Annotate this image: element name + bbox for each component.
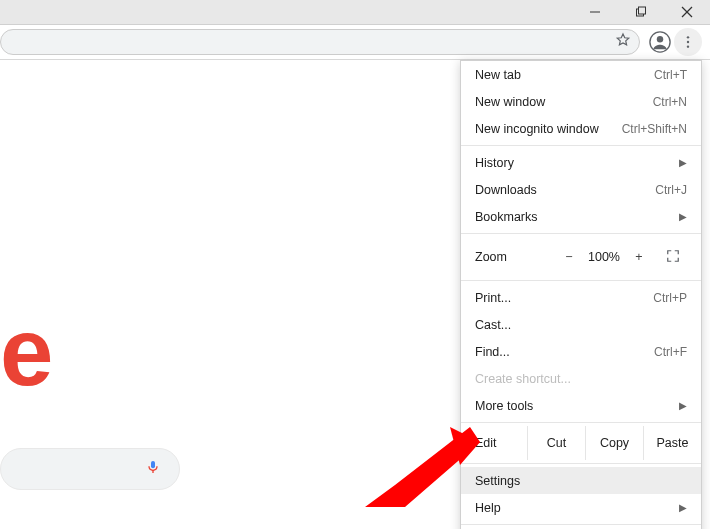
maximize-button[interactable] [618,0,664,25]
bookmark-star-icon[interactable] [615,32,631,52]
edit-paste-button[interactable]: Paste [643,426,701,460]
profile-icon[interactable] [646,28,674,56]
voice-search-icon[interactable] [145,456,161,482]
menu-settings[interactable]: Settings [461,467,701,494]
fullscreen-icon[interactable] [659,249,687,266]
zoom-out-button[interactable]: − [555,250,583,264]
zoom-value: 100% [583,250,625,264]
edit-cut-button[interactable]: Cut [527,426,585,460]
edit-copy-button[interactable]: Copy [585,426,643,460]
menu-separator [461,463,701,464]
menu-new-tab[interactable]: New tab Ctrl+T [461,61,701,88]
browser-toolbar [0,25,710,60]
address-bar[interactable] [0,29,640,55]
submenu-arrow-icon: ▶ [679,400,687,411]
menu-print[interactable]: Print... Ctrl+P [461,284,701,311]
menu-create-shortcut: Create shortcut... [461,365,701,392]
menu-separator [461,524,701,525]
submenu-arrow-icon: ▶ [679,157,687,168]
svg-point-7 [687,36,689,38]
search-box[interactable] [0,448,180,490]
google-logo-fragment: e [0,318,53,385]
kebab-menu-icon[interactable] [674,28,702,56]
chrome-main-menu: New tab Ctrl+T New window Ctrl+N New inc… [460,60,702,529]
zoom-in-button[interactable]: + [625,250,653,264]
close-button[interactable] [664,0,710,25]
window-titlebar [0,0,710,25]
menu-new-window[interactable]: New window Ctrl+N [461,88,701,115]
menu-more-tools[interactable]: More tools ▶ [461,392,701,419]
menu-separator [461,280,701,281]
menu-find[interactable]: Find... Ctrl+F [461,338,701,365]
minimize-button[interactable] [572,0,618,25]
svg-rect-2 [639,7,646,14]
menu-separator [461,233,701,234]
svg-point-6 [657,36,663,42]
menu-history[interactable]: History ▶ [461,149,701,176]
annotation-arrow-icon [365,427,480,511]
svg-point-9 [687,45,689,47]
submenu-arrow-icon: ▶ [679,211,687,222]
menu-edit-row: Edit Cut Copy Paste [461,426,701,460]
svg-point-8 [687,41,689,43]
submenu-arrow-icon: ▶ [679,502,687,513]
menu-downloads[interactable]: Downloads Ctrl+J [461,176,701,203]
menu-zoom-row: Zoom − 100% + [461,237,701,277]
menu-separator [461,145,701,146]
menu-cast[interactable]: Cast... [461,311,701,338]
menu-separator [461,422,701,423]
menu-bookmarks[interactable]: Bookmarks ▶ [461,203,701,230]
menu-new-incognito[interactable]: New incognito window Ctrl+Shift+N [461,115,701,142]
menu-help[interactable]: Help ▶ [461,494,701,521]
